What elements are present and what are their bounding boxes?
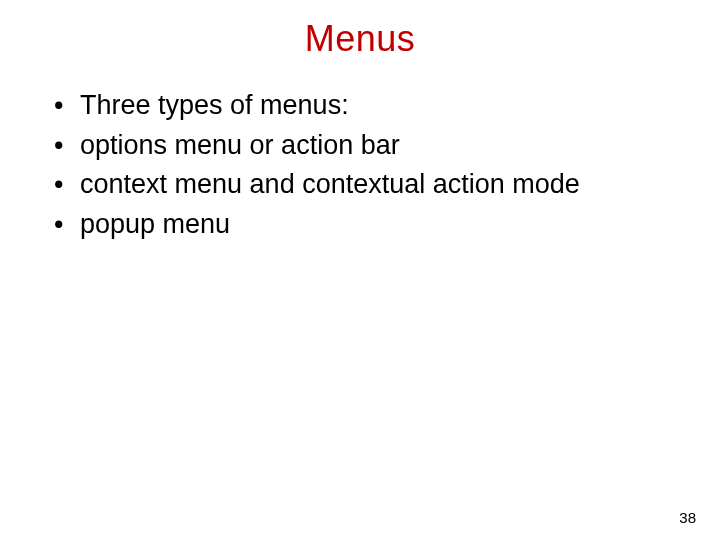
slide-title: Menus xyxy=(40,18,680,60)
list-item: popup menu xyxy=(50,207,680,243)
list-item: context menu and contextual action mode xyxy=(50,167,680,203)
list-item: Three types of menus: xyxy=(50,88,680,124)
page-number: 38 xyxy=(679,509,696,526)
list-item: options menu or action bar xyxy=(50,128,680,164)
slide-container: Menus Three types of menus: options menu… xyxy=(0,0,720,540)
bullet-list: Three types of menus: options menu or ac… xyxy=(40,88,680,243)
